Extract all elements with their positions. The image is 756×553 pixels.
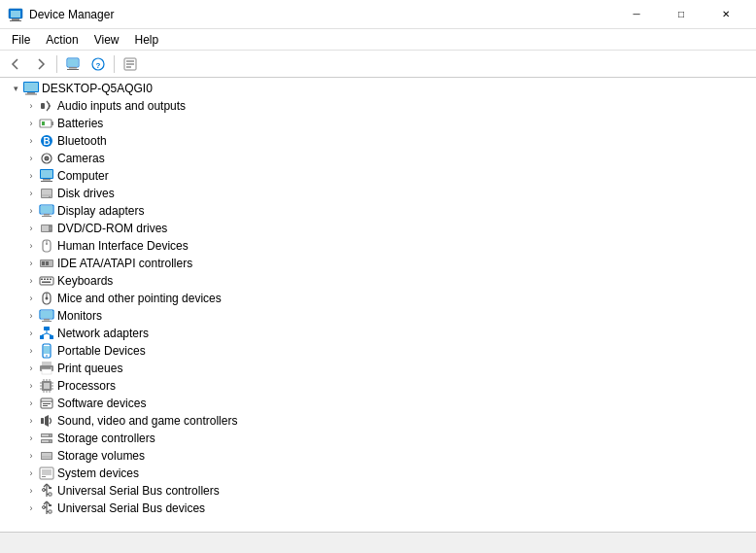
tree-item-monitors[interactable]: › Monitors <box>4 307 756 325</box>
processors-label: Processors <box>57 379 116 393</box>
tree-item-hid[interactable]: › Human Interface Devices <box>4 237 756 255</box>
expand-display-adapters[interactable]: › <box>23 203 39 219</box>
tree-item-usb-controllers[interactable]: › Universal Serial Bus <box>4 482 756 500</box>
tree-item-storage-vol[interactable]: › Storage volumes <box>4 447 756 465</box>
bluetooth-label: Bluetooth <box>57 134 107 148</box>
svg-rect-52 <box>47 279 49 281</box>
expand-print[interactable]: › <box>23 361 39 376</box>
expand-cameras[interactable]: › <box>23 151 39 166</box>
menu-action[interactable]: Action <box>38 29 86 50</box>
svg-rect-19 <box>40 120 52 127</box>
expand-mice[interactable]: › <box>23 291 39 306</box>
svg-rect-7 <box>67 69 79 70</box>
portable-label: Portable Devices <box>57 344 146 358</box>
back-button[interactable] <box>4 53 27 75</box>
tree-item-processors[interactable]: › <box>4 377 756 395</box>
monitors-label: Monitors <box>57 309 102 323</box>
menu-file[interactable]: File <box>4 29 38 50</box>
storage-ctrl-label: Storage controllers <box>57 432 155 445</box>
tree-item-portable[interactable]: › Portable Devices <box>4 342 756 360</box>
expand-system[interactable]: › <box>23 466 39 481</box>
svg-rect-95 <box>42 434 49 436</box>
expand-computer[interactable]: › <box>23 168 39 184</box>
minimize-button[interactable]: ─ <box>614 0 659 29</box>
expand-usb-controllers[interactable]: › <box>23 483 39 499</box>
expand-software[interactable]: › <box>23 396 39 411</box>
tree-item-cameras[interactable]: › Cameras <box>4 150 756 167</box>
svg-rect-63 <box>40 335 44 339</box>
system-label: System devices <box>57 467 139 480</box>
expand-ide[interactable]: › <box>23 256 39 271</box>
properties-button[interactable] <box>119 53 142 75</box>
expand-network[interactable]: › <box>23 326 39 341</box>
monitor-icon <box>39 308 54 324</box>
expand-batteries[interactable]: › <box>23 116 39 131</box>
expand-sound[interactable]: › <box>23 413 39 429</box>
svg-rect-69 <box>44 346 50 354</box>
svg-rect-64 <box>50 335 53 339</box>
close-button[interactable]: ✕ <box>704 0 748 29</box>
tree-item-bluetooth[interactable]: › B Bluetooth <box>4 132 756 150</box>
tree-item-sound[interactable]: › Sound, video and game controllers <box>4 412 756 430</box>
menu-bar: File Action View Help <box>0 29 756 51</box>
tree-item-audio[interactable]: › Audio inputs and outputs <box>4 97 756 115</box>
window-title: Device Manager <box>29 8 614 21</box>
menu-help[interactable]: Help <box>127 29 167 50</box>
battery-icon <box>39 116 54 131</box>
tree-item-keyboards[interactable]: › Keyboards <box>4 272 756 290</box>
tree-item-system[interactable]: › System devices <box>4 465 756 482</box>
mouse-icon <box>39 291 54 306</box>
svg-rect-29 <box>43 179 51 181</box>
tree-item-dvd[interactable]: › DVD/CD-ROM drives <box>4 220 756 237</box>
cameras-label: Cameras <box>57 152 105 165</box>
maximize-button[interactable]: □ <box>659 0 704 29</box>
expand-portable[interactable]: › <box>23 343 39 359</box>
svg-rect-37 <box>44 214 50 216</box>
disk-drives-label: Disk drives <box>57 187 115 200</box>
expand-usb-devices[interactable]: › <box>23 501 39 516</box>
expand-storage-ctrl[interactable]: › <box>23 431 39 446</box>
svg-rect-32 <box>42 190 52 197</box>
software-label: Software devices <box>57 397 146 410</box>
processor-icon <box>39 378 54 394</box>
tree-item-mice[interactable]: › Mice and other pointing devices <box>4 290 756 307</box>
tree-item-root[interactable]: ▾ DESKTOP-Q5AQGI0 <box>4 80 756 97</box>
usb-devices-label: Universal Serial Bus devices <box>57 501 205 515</box>
expand-bluetooth[interactable]: › <box>23 133 39 149</box>
device-tree[interactable]: ▾ DESKTOP-Q5AQGI0 › <box>0 78 756 532</box>
svg-rect-38 <box>42 216 52 217</box>
expand-audio[interactable]: › <box>23 98 39 114</box>
expand-disk-drives[interactable]: › <box>23 186 39 201</box>
expand-storage-vol[interactable]: › <box>23 448 39 464</box>
expand-monitors[interactable]: › <box>23 308 39 324</box>
dvd-icon <box>39 221 54 236</box>
status-bar <box>0 532 756 553</box>
expand-dvd[interactable]: › <box>23 221 39 236</box>
ide-label: IDE ATA/ATAPI controllers <box>57 257 192 270</box>
expand-processors[interactable]: › <box>23 378 39 394</box>
help-button[interactable]: ? <box>86 53 110 75</box>
svg-rect-17 <box>25 94 37 95</box>
tree-item-usb-devices[interactable]: › Universal Serial Bus <box>4 500 756 517</box>
expand-hid[interactable]: › <box>23 238 39 254</box>
forward-button[interactable] <box>29 53 52 75</box>
svg-rect-2 <box>12 18 19 20</box>
tree-item-print[interactable]: › Print queues <box>4 360 756 377</box>
expand-root[interactable]: ▾ <box>8 81 23 96</box>
svg-rect-6 <box>69 67 77 69</box>
computer-label: Computer <box>57 169 109 183</box>
menu-view[interactable]: View <box>86 29 127 50</box>
window-controls: ─ □ ✕ <box>614 0 748 29</box>
tree-item-computer[interactable]: › Computer <box>4 167 756 185</box>
expand-keyboards[interactable]: › <box>23 273 39 289</box>
tree-item-display-adapters[interactable]: › Display adapters <box>4 202 756 220</box>
svg-rect-40 <box>42 225 49 231</box>
tree-item-network[interactable]: › Network adapters <box>4 325 756 342</box>
tree-item-ide[interactable]: › IDE ATA/ATAPI controllers <box>4 255 756 272</box>
computer-properties-button[interactable] <box>61 53 85 75</box>
tree-item-disk-drives[interactable]: › Disk drives <box>4 185 756 202</box>
tree-item-batteries[interactable]: › Batteries <box>4 115 756 132</box>
svg-rect-59 <box>41 311 52 318</box>
tree-item-storage-ctrl[interactable]: › Storage controllers <box>4 430 756 447</box>
tree-item-software[interactable]: › Software devices <box>4 395 756 412</box>
